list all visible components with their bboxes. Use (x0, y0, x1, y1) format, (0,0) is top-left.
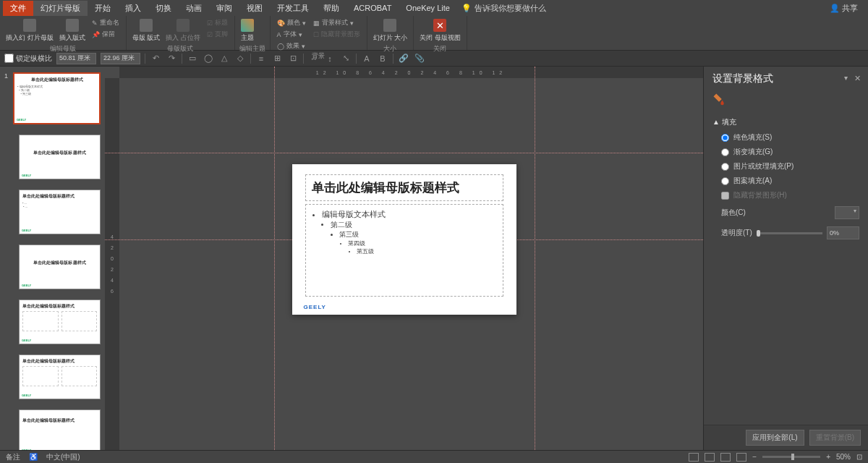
theme-icon (241, 19, 254, 32)
tab-transitions[interactable]: 切换 (148, 1, 179, 16)
share-button[interactable]: 👤 共享 (822, 1, 865, 16)
tool-icon[interactable]: ≡ (255, 53, 267, 64)
pin-icon[interactable]: ▾ (844, 74, 848, 82)
tab-view[interactable]: 视图 (239, 1, 270, 16)
bg-styles-button[interactable]: ▦背景样式 ▾ (311, 17, 362, 28)
hide-bg-graphics-check[interactable]: 隐藏背景图形(H) (712, 188, 859, 203)
notes-button[interactable]: 备注 (6, 452, 20, 462)
height-input[interactable] (101, 53, 140, 64)
solid-fill-radio[interactable]: 纯色填充(S) (712, 130, 859, 145)
workspace: 1 单击此处编辑母版标题样式 • 编辑母版文本样式 • 第二级 • 第三级 GE… (0, 67, 868, 450)
tool-icon[interactable]: ⤡ (340, 53, 352, 64)
thumbnail-panel[interactable]: 1 单击此处编辑母版标题样式 • 编辑母版文本样式 • 第二级 • 第三级 GE… (0, 67, 105, 450)
slideshow-view-icon[interactable] (736, 453, 746, 462)
transparency-row: 透明度(T) (712, 223, 859, 243)
layout-icon (66, 19, 79, 32)
redo-icon[interactable]: ↷ (166, 53, 177, 64)
thumbnail-layout[interactable]: 单击此处编辑母版标题样式GEELY (0, 408, 105, 450)
effects-button[interactable]: ◯效果 ▾ (275, 41, 308, 51)
tool-icon[interactable]: ↕ (324, 53, 336, 64)
tool-icon[interactable]: A (361, 53, 373, 64)
tab-review[interactable]: 审阅 (209, 1, 239, 16)
picture-fill-radio[interactable]: 图片或纹理填充(P) (712, 159, 859, 174)
color-picker-button[interactable] (835, 206, 859, 219)
tab-onekey[interactable]: OneKey Lite (399, 1, 457, 14)
insert-slide-master-button[interactable]: 插入幻 灯片母版 (4, 17, 55, 44)
pattern-fill-radio[interactable]: 图案填充(A) (712, 174, 859, 188)
tab-help[interactable]: 帮助 (316, 1, 346, 16)
thumbnail-layout[interactable]: 单击此处编辑母版标题样式• ... • ...GEELY (0, 188, 105, 243)
thumb-number: 1 (4, 72, 10, 124)
canvas-area[interactable]: 12 10 8 6 4 2 0 2 4 6 8 10 12 420246 单击此… (105, 67, 703, 450)
rename-button[interactable]: ✎重命名 (90, 17, 122, 28)
accessibility-icon[interactable]: ♿ (29, 453, 38, 461)
zoom-out-button[interactable]: − (752, 453, 757, 461)
tool-icon[interactable]: ◯ (203, 53, 214, 64)
tab-insert[interactable]: 插入 (118, 1, 148, 16)
apply-all-button[interactable]: 应用到全部(L) (746, 430, 804, 446)
footer-checkbox[interactable]: ☑页脚 (205, 29, 230, 40)
ribbon-group-close: ✕关闭 母版视图 关闭 (414, 16, 467, 50)
tell-me-search[interactable]: 💡 告诉我你想要做什么 (461, 3, 546, 14)
tool-icon[interactable]: 🔗 (398, 53, 409, 64)
tab-slide-master[interactable]: 幻灯片母版 (33, 1, 88, 16)
lightbulb-icon: 💡 (461, 4, 472, 13)
body-placeholder[interactable]: 编辑母版文本样式 第二级 第三级 第四级 第五级 (305, 204, 503, 297)
tool-icon[interactable]: ⊡ (287, 53, 299, 64)
insert-layout-button[interactable]: 插入版式 (58, 17, 87, 44)
zoom-slider[interactable] (762, 456, 820, 458)
transparency-slider[interactable] (757, 232, 822, 234)
language-status[interactable]: 中文(中国) (46, 452, 80, 462)
lock-aspect-checkbox[interactable]: 锁定纵横比 (4, 54, 52, 64)
title-checkbox[interactable]: ☑标题 (205, 17, 230, 28)
master-layout-button[interactable]: 母版 版式 (131, 17, 162, 44)
tab-home[interactable]: 开始 (88, 1, 118, 16)
menu-file[interactable]: 文件 (3, 1, 33, 16)
fit-window-button[interactable]: ⊡ (856, 453, 862, 461)
fill-section-header[interactable]: ▲ 填充 (712, 114, 859, 130)
close-pane-button[interactable]: ✕ (854, 74, 861, 83)
colors-button[interactable]: 🎨颜色 ▾ (275, 17, 308, 28)
preserve-button[interactable]: 📌保留 (90, 29, 122, 40)
tab-animations[interactable]: 动画 (179, 1, 209, 16)
zoom-in-button[interactable]: + (826, 453, 830, 461)
close-master-view-button[interactable]: ✕关闭 母版视图 (418, 17, 462, 44)
thumb-title: 单击此处编辑母版标题样式 (17, 77, 96, 83)
zoom-level[interactable]: 50% (836, 453, 851, 461)
tool-icon[interactable]: ▭ (187, 53, 198, 64)
theme-button[interactable]: 主题 (239, 17, 255, 44)
sorter-view-icon[interactable] (705, 453, 715, 462)
fill-tab-icon[interactable] (712, 93, 726, 106)
tool-icon[interactable]: △ (218, 53, 230, 64)
tool-icon[interactable]: B (377, 53, 388, 64)
statusbar: 备注 ♿ 中文(中国) − + 50% ⊡ (0, 450, 868, 463)
thumbnail-master[interactable]: 1 单击此处编辑母版标题样式 • 编辑母版文本样式 • 第二级 • 第三级 GE… (0, 71, 105, 133)
tool-icon[interactable]: ◇ (234, 53, 246, 64)
tool-icon[interactable]: ↔ (308, 53, 320, 64)
title-placeholder[interactable]: 单击此处编辑母版标题样式 (305, 174, 503, 201)
normal-view-icon[interactable] (689, 453, 699, 462)
format-background-pane: ▾ ✕ 设置背景格式 ▲ 填充 纯色填充(S) 渐变填充(G) 图片或纹理填充(… (703, 67, 868, 450)
tab-acrobat[interactable]: ACROBAT (346, 1, 399, 14)
tab-developer[interactable]: 开发工具 (270, 1, 316, 16)
slide-size-button[interactable]: 幻灯片 大小 (372, 17, 409, 44)
master-layout-icon (140, 19, 153, 32)
tool-icon[interactable]: ⊞ (271, 53, 283, 64)
width-input[interactable] (56, 53, 96, 64)
slide-master[interactable]: 单击此处编辑母版标题样式 编辑母版文本样式 第二级 第三级 第四级 第五级 (292, 164, 516, 315)
undo-icon[interactable]: ↶ (150, 53, 161, 64)
thumbnail-layout[interactable]: 单击此处编辑母版标题样式GEELY (0, 298, 105, 353)
ruler-horizontal: 12 10 8 6 4 2 0 2 4 6 8 10 12 (119, 67, 703, 78)
thumbnail-layout[interactable]: 单击此处编辑母版标 题样式GEELY (0, 133, 105, 188)
insert-placeholder-button[interactable]: 插入 占位符 (164, 17, 202, 44)
tool-icon[interactable]: 📎 (414, 53, 425, 64)
slide-title-text: 单击此处编辑母版标题样式 (312, 179, 497, 196)
transparency-input[interactable] (827, 226, 859, 239)
thumbnail-layout[interactable]: 单击此处编辑母版标 题样式GEELY (0, 243, 105, 298)
reading-view-icon[interactable] (720, 453, 731, 462)
gradient-fill-radio[interactable]: 渐变填充(G) (712, 145, 859, 159)
hide-bg-checkbox[interactable]: ☐隐藏背景图形 (311, 29, 362, 40)
fonts-button[interactable]: A字体 ▾ (275, 29, 308, 40)
ribbon-group-master-layout: 母版 版式 插入 占位符 ☑标题 ☑页脚 母版版式 (127, 16, 235, 50)
thumbnail-layout[interactable]: 单击此处编辑母版标题样式GEELY (0, 353, 105, 408)
